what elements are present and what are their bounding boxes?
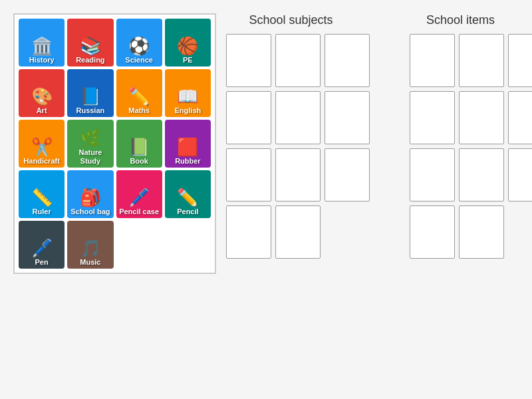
card-pen[interactable]: 🖊️Pen: [19, 221, 65, 269]
card-handicraft[interactable]: ✂️Handicraft: [19, 120, 65, 168]
reading-icon: 📚: [80, 37, 101, 55]
items-drop-grid: [410, 34, 532, 259]
russian-label: Russian: [76, 106, 104, 115]
card-science[interactable]: ⚽Science: [116, 19, 162, 66]
subject-drop-zone[interactable]: [226, 148, 271, 201]
card-source-panel: 🏛️History📚Reading⚽Science🏀PE🎨Art📘Russian…: [13, 13, 216, 274]
card-reading[interactable]: 📚Reading: [67, 19, 113, 66]
card-pencil[interactable]: ✏️Pencil: [165, 170, 211, 218]
card-nature-study[interactable]: 🌿Nature Study: [67, 120, 113, 168]
pencil-label: Pencil: [177, 207, 198, 216]
science-label: Science: [125, 56, 153, 65]
russian-icon: 📘: [80, 88, 101, 105]
pencil-case-icon: 🖊️: [128, 189, 150, 206]
item-drop-zone[interactable]: [459, 205, 504, 259]
subject-drop-zone[interactable]: [226, 91, 271, 144]
ruler-label: Ruler: [33, 207, 51, 216]
item-drop-zone[interactable]: [410, 148, 455, 201]
book-icon: 📗: [128, 138, 150, 156]
item-drop-zone[interactable]: [410, 91, 455, 144]
item-drop-zone[interactable]: [508, 91, 532, 144]
school-bag-label: School bag: [70, 207, 110, 216]
reading-label: Reading: [76, 56, 104, 65]
item-drop-zone[interactable]: [410, 34, 455, 87]
right-panel: School subjects School items: [226, 13, 525, 259]
book-label: Book: [130, 157, 148, 166]
item-drop-zone[interactable]: [508, 34, 532, 87]
english-icon: 📖: [177, 88, 198, 105]
subject-drop-zone[interactable]: [275, 34, 321, 87]
item-drop-zone[interactable]: [410, 205, 455, 259]
pen-icon: 🖊️: [31, 239, 53, 257]
items-header: School items: [396, 13, 525, 27]
science-icon: ⚽: [128, 37, 150, 55]
card-pencil-case[interactable]: 🖊️Pencil case: [116, 170, 162, 218]
history-label: History: [29, 56, 55, 65]
card-rubber[interactable]: 🟥Rubber: [165, 120, 211, 168]
item-drop-zone[interactable]: [459, 91, 504, 144]
subject-drop-zone[interactable]: [325, 148, 370, 201]
card-english[interactable]: 📖English: [165, 69, 211, 117]
music-icon: 🎵: [80, 239, 101, 257]
pe-label: PE: [183, 56, 193, 65]
art-label: Art: [37, 106, 47, 115]
subject-drop-zone[interactable]: [275, 91, 321, 144]
pen-label: Pen: [35, 258, 49, 267]
subjects-drop-grid: [226, 34, 370, 259]
subject-drop-zone[interactable]: [325, 34, 370, 87]
subject-drop-zone[interactable]: [226, 34, 271, 87]
maths-label: Maths: [128, 106, 150, 115]
subject-drop-zone[interactable]: [325, 91, 370, 144]
music-label: Music: [80, 258, 100, 267]
art-icon: 🎨: [31, 88, 53, 105]
maths-icon: ✏️: [128, 88, 150, 105]
nature-study-icon: 🌿: [80, 130, 101, 147]
card-ruler[interactable]: 📏Ruler: [19, 170, 65, 218]
pencil-case-label: Pencil case: [119, 207, 159, 216]
subjects-header: School subjects: [226, 13, 356, 27]
handicraft-label: Handicraft: [23, 157, 59, 166]
pe-icon: 🏀: [177, 37, 198, 55]
subject-drop-zone[interactable]: [275, 148, 321, 201]
card-school-bag[interactable]: 🎒School bag: [67, 170, 113, 218]
card-art[interactable]: 🎨Art: [19, 69, 65, 117]
card-russian[interactable]: 📘Russian: [67, 69, 113, 117]
ruler-icon: 📏: [31, 189, 53, 206]
item-drop-zone[interactable]: [508, 148, 532, 201]
english-label: English: [175, 106, 201, 115]
subject-drop-zone[interactable]: [275, 205, 321, 259]
item-drop-zone[interactable]: [459, 34, 504, 87]
card-book[interactable]: 📗Book: [116, 120, 162, 168]
item-drop-zone[interactable]: [459, 148, 504, 201]
subject-drop-zone[interactable]: [226, 205, 271, 259]
history-icon: 🏛️: [31, 37, 53, 55]
card-pe[interactable]: 🏀PE: [165, 19, 211, 66]
pencil-icon: ✏️: [177, 189, 198, 206]
card-maths[interactable]: ✏️Maths: [116, 69, 162, 117]
card-history[interactable]: 🏛️History: [19, 19, 65, 66]
handicraft-icon: ✂️: [31, 138, 53, 156]
school-bag-icon: 🎒: [80, 189, 101, 206]
rubber-icon: 🟥: [177, 138, 198, 156]
card-music[interactable]: 🎵Music: [67, 221, 113, 269]
rubber-label: Rubber: [175, 157, 201, 166]
nature-study-label: Nature Study: [69, 148, 111, 166]
